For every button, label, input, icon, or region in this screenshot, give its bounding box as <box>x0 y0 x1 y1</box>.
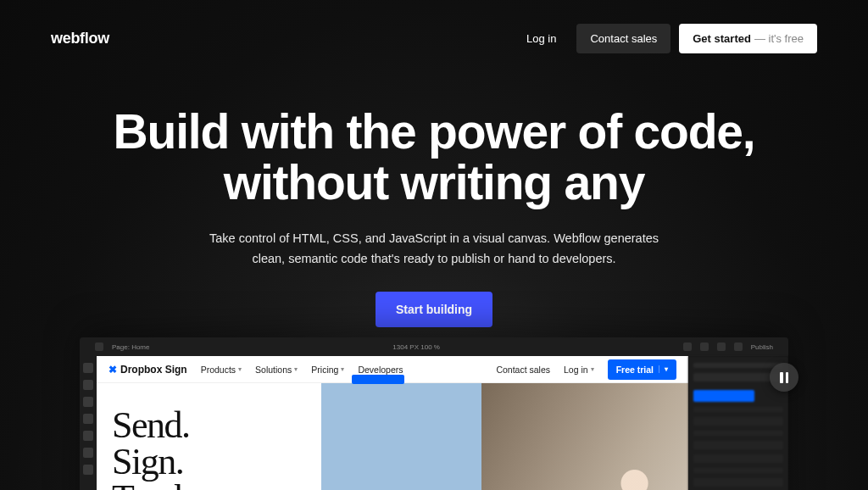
panel-row[interactable] <box>693 454 783 463</box>
panel-tab-row[interactable] <box>693 363 783 368</box>
product-preview: Page: Home 1304 PX 100 % Publish <box>0 337 868 490</box>
panel-row[interactable] <box>693 431 783 436</box>
site-header: webflow Log in Contact sales Get started… <box>0 0 868 53</box>
header-nav: Log in Contact sales Get started — it's … <box>515 24 817 53</box>
components-icon[interactable] <box>83 414 93 424</box>
panel-row[interactable] <box>693 441 783 449</box>
publish-button[interactable]: Publish <box>751 343 773 351</box>
add-element-icon[interactable] <box>83 363 93 373</box>
chevron-down-icon: ▾ <box>659 365 668 373</box>
chevron-down-icon: ▾ <box>341 365 344 373</box>
dropbox-glyph-icon: ✖ <box>108 364 117 376</box>
settings-icon[interactable] <box>700 342 709 351</box>
chevron-down-icon: ▾ <box>591 365 594 373</box>
cms-icon[interactable] <box>83 431 93 441</box>
get-started-suffix: — it's free <box>754 32 804 45</box>
nav-item-products[interactable]: Products▾ <box>201 365 242 375</box>
assets-icon[interactable] <box>83 448 93 458</box>
contact-sales-button[interactable]: Contact sales <box>576 24 670 53</box>
login-link[interactable]: Log in <box>515 24 568 53</box>
chevron-down-icon: ▾ <box>294 365 298 373</box>
class-chip[interactable] <box>693 390 754 402</box>
hero-section: Build with the power of code, without wr… <box>0 106 868 327</box>
site-brand-text: Dropbox Sign <box>120 364 187 376</box>
site-hero: Send. Sign. Track. <box>97 383 688 490</box>
free-trial-button[interactable]: Free trial▾ <box>608 359 676 380</box>
nav-item-pricing[interactable]: Pricing▾ <box>311 365 344 375</box>
panel-row[interactable] <box>693 478 783 487</box>
designer-canvas[interactable]: ✖ Dropbox Sign Products▾ Solutions▾ Pric… <box>97 356 688 490</box>
selected-element-overlay[interactable] <box>321 383 481 490</box>
hero-word-3: Track. <box>112 480 321 490</box>
navigator-icon[interactable] <box>83 397 93 407</box>
pause-icon <box>780 372 788 383</box>
webflow-logo[interactable]: webflow <box>51 30 109 47</box>
nav-contact-sales[interactable]: Contact sales <box>496 365 550 375</box>
pages-icon[interactable] <box>83 380 93 390</box>
export-icon[interactable] <box>734 342 743 351</box>
get-started-button[interactable]: Get started — it's free <box>679 24 817 53</box>
page-indicator[interactable]: Page: Home <box>112 343 149 351</box>
hero-word-1: Send. <box>112 407 321 443</box>
nav-item-solutions[interactable]: Solutions▾ <box>255 365 298 375</box>
designer-left-rail <box>80 356 97 490</box>
designer-body: ✖ Dropbox Sign Products▾ Solutions▾ Pric… <box>80 356 788 490</box>
designer-topbar: Page: Home 1304 PX 100 % Publish <box>80 337 788 356</box>
start-building-button[interactable]: Start building <box>376 292 492 327</box>
video-pause-button[interactable] <box>770 363 798 392</box>
site-brand[interactable]: ✖ Dropbox Sign <box>108 364 187 376</box>
site-hero-text: Send. Sign. Track. <box>97 383 321 490</box>
breakpoint-indicator[interactable]: 1304 PX 100 % <box>392 343 440 351</box>
panel-row[interactable] <box>693 468 783 473</box>
code-icon[interactable] <box>717 342 726 351</box>
designer-frame: Page: Home 1304 PX 100 % Publish <box>80 337 788 490</box>
panel-row[interactable] <box>693 407 783 412</box>
ecommerce-icon[interactable] <box>83 465 93 475</box>
chevron-down-icon: ▾ <box>238 365 242 373</box>
get-started-label: Get started <box>693 32 751 45</box>
hero-subheading: Take control of HTML, CSS, and JavaScrip… <box>197 229 671 270</box>
panel-row[interactable] <box>693 417 783 426</box>
webflow-glyph-icon <box>95 342 103 351</box>
site-hero-image <box>481 383 688 490</box>
undo-icon[interactable] <box>683 342 692 351</box>
nav-item-developers[interactable]: Developers <box>358 365 403 375</box>
hero-word-2: Sign. <box>112 443 321 480</box>
nav-login[interactable]: Log in▾ <box>564 365 594 375</box>
hero-headline: Build with the power of code, without wr… <box>34 106 834 209</box>
